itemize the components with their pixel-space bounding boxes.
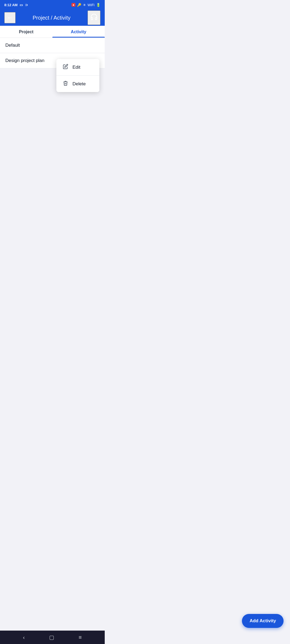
app-bar: ← Project / Activity	[0, 10, 105, 26]
antenna-icon: ⊃	[25, 3, 28, 7]
headset-button[interactable]	[88, 10, 100, 25]
key-icon: 🔑	[77, 3, 81, 7]
back-button[interactable]: ←	[4, 12, 16, 23]
edit-icon	[63, 64, 68, 71]
context-menu-delete[interactable]: Delete	[56, 76, 99, 92]
delete-icon	[63, 80, 68, 87]
record-icon: ●	[71, 3, 75, 7]
list-item[interactable]: Default	[0, 38, 105, 53]
status-time-area: 8:12 AM ▭ ⊃	[4, 3, 28, 7]
headset-icon	[90, 13, 98, 21]
tab-activity[interactable]: Activity	[52, 26, 105, 38]
tab-bar: Project Activity	[0, 26, 105, 38]
bluetooth-icon: ✳	[83, 3, 86, 7]
wifi-icon: WiFi	[88, 3, 95, 7]
status-icons: ● 🔑 ✳ WiFi 🔋	[71, 3, 100, 7]
battery-icon: 🔋	[96, 3, 100, 7]
video-icon: ▭	[20, 3, 23, 7]
context-menu-edit[interactable]: Edit	[56, 59, 99, 76]
page-title: Project / Activity	[32, 15, 70, 21]
time-display: 8:12 AM	[4, 3, 17, 7]
tab-project[interactable]: Project	[0, 26, 52, 38]
status-bar: 8:12 AM ▭ ⊃ ● 🔑 ✳ WiFi 🔋	[0, 0, 105, 10]
context-menu: Edit Delete	[56, 59, 99, 92]
